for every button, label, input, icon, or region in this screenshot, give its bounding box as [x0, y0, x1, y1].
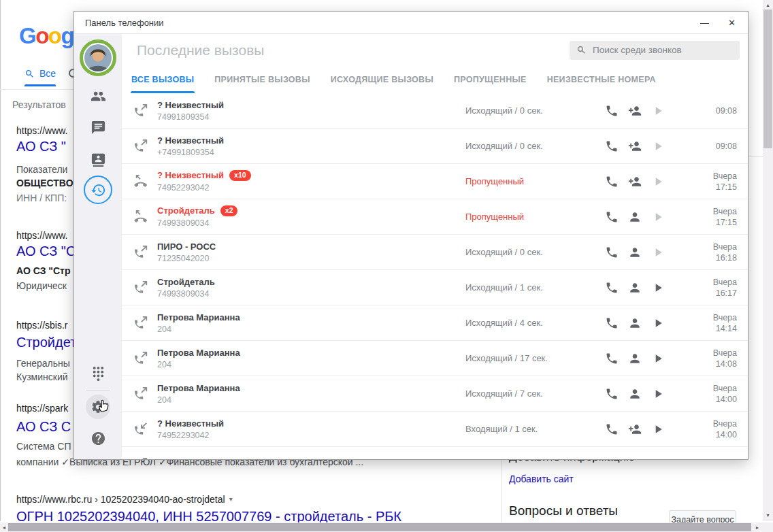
window-left-border — [0, 0, 1, 521]
call-back-button[interactable] — [605, 246, 619, 259]
contact-button[interactable] — [628, 139, 642, 153]
call-back-button[interactable] — [605, 281, 619, 295]
close-button[interactable]: ✕ — [728, 18, 736, 27]
play-icon — [651, 352, 665, 365]
call-row[interactable]: Петрова Марианна 204 Исходящий / 4 сек. … — [122, 305, 748, 341]
contact-button[interactable] — [628, 316, 642, 330]
call-row[interactable]: Стройдеталь x2 74993809034 Пропущенный В… — [122, 199, 748, 235]
contact-button[interactable] — [628, 422, 642, 436]
contact-button[interactable] — [628, 352, 642, 365]
play-icon — [651, 104, 665, 118]
scroll-right-arrow-icon[interactable]: ► — [753, 522, 762, 532]
horizontal-scroll-thumb[interactable] — [8, 523, 751, 531]
sidebar-item-chats[interactable] — [82, 112, 114, 143]
person-add-icon — [628, 104, 642, 118]
contact-button[interactable] — [628, 175, 642, 188]
search-box[interactable] — [570, 41, 740, 60]
google-tab-all[interactable]: Все — [24, 68, 56, 79]
sidebar-item-help[interactable] — [82, 422, 114, 454]
call-back-button[interactable] — [605, 104, 619, 118]
play-record-button[interactable] — [651, 175, 665, 188]
vertical-scrollbar[interactable]: ▲ ▼ — [763, 0, 773, 521]
result-url[interactable]: https://www. — [16, 230, 67, 241]
tab-outgoing-calls[interactable]: ИСХОДЯЩИЕ ВЫЗОВЫ — [331, 66, 433, 93]
call-back-button[interactable] — [605, 352, 619, 365]
panel-titlebar[interactable]: Панель телефонии — ✕ — [74, 12, 748, 34]
contact-button[interactable] — [628, 210, 642, 224]
people-icon — [91, 88, 106, 104]
contact-button[interactable] — [628, 458, 642, 460]
play-record-button[interactable] — [651, 281, 665, 295]
tab-received-calls[interactable]: ПРИНЯТЫЕ ВЫЗОВЫ — [214, 66, 310, 93]
call-type-icon — [133, 139, 148, 154]
contact-button[interactable] — [628, 281, 642, 295]
scroll-up-arrow-icon[interactable]: ▲ — [763, 0, 773, 10]
call-row[interactable]: ? Неизвестный 74991809354 Исходящий / 0 … — [122, 93, 748, 129]
result-link[interactable]: АО СЗ "С — [16, 244, 76, 259]
play-record-button[interactable] — [651, 104, 665, 118]
call-row[interactable]: Петрова Марианна Вчера — [122, 447, 748, 459]
play-record-button[interactable] — [651, 352, 665, 365]
horizontal-scrollbar[interactable]: ◄ ► — [0, 522, 763, 532]
result-snippet: Юридическ — [16, 280, 67, 291]
phone-number: 204 — [157, 325, 465, 334]
knowledge-add-site-link[interactable]: Добавить сайт — [509, 473, 574, 484]
result-url[interactable]: https://sbis.r — [16, 320, 67, 331]
google-tab-underline — [24, 84, 56, 86]
play-record-button[interactable] — [651, 210, 665, 224]
vertical-scroll-thumb[interactable] — [763, 10, 772, 148]
play-record-button[interactable] — [651, 422, 665, 436]
contact-name: ПИРО - РОСС — [157, 242, 216, 252]
scroll-down-arrow-icon[interactable]: ▼ — [763, 510, 773, 520]
sidebar-item-history[interactable] — [82, 174, 114, 205]
play-record-button[interactable] — [651, 139, 665, 153]
play-icon — [651, 139, 665, 153]
call-row[interactable]: ? Неизвестный +74991809354 Исходящий / 0… — [122, 129, 748, 164]
call-row[interactable]: Стройдеталь 74993809034 Исходящий / 1 се… — [122, 270, 748, 305]
result-link[interactable]: АО СЗ " — [16, 139, 66, 154]
call-back-button[interactable] — [605, 139, 619, 153]
call-row[interactable]: Петрова Марианна 204 Исходящий / 7 сек. … — [122, 376, 748, 412]
play-record-button[interactable] — [651, 458, 665, 460]
outgoing-call-icon — [133, 103, 148, 118]
result-url[interactable]: https://spark — [16, 403, 68, 414]
phone-icon — [605, 104, 619, 118]
dropdown-arrow-icon[interactable]: ▾ — [229, 495, 233, 503]
call-row[interactable]: Петрова Марианна 204 Исходящий / 17 сек.… — [122, 341, 748, 376]
scroll-left-arrow-icon[interactable]: ◄ — [0, 522, 8, 532]
contact-button[interactable] — [628, 246, 642, 259]
contact-button[interactable] — [628, 387, 642, 401]
call-back-button[interactable] — [605, 387, 619, 401]
call-row[interactable]: ? Неизвестный x10 74952293042 Пропущенны… — [122, 164, 748, 199]
avatar[interactable] — [80, 39, 116, 76]
contact-button[interactable] — [628, 104, 642, 118]
result-snippet: ОБЩЕСТВО — [16, 178, 73, 188]
play-record-button[interactable] — [651, 246, 665, 259]
incoming-call-icon — [133, 422, 148, 437]
call-back-button[interactable] — [605, 458, 619, 460]
tab-missed-calls[interactable]: ПРОПУЩЕННЫЕ — [454, 66, 527, 93]
result-link[interactable]: АО СЗ С — [16, 419, 71, 435]
call-back-button[interactable] — [605, 210, 619, 224]
result-url[interactable]: https://www.rbc.ru › 1025202394040-ao-st… — [16, 494, 233, 505]
sidebar-item-contacts[interactable] — [82, 80, 114, 112]
call-status: Входящий / 1 сек. — [465, 424, 605, 434]
play-icon — [651, 210, 665, 224]
tab-unknown-numbers[interactable]: НЕИЗВЕСТНЫЕ НОМЕРА — [547, 66, 656, 93]
call-row[interactable]: ? Неизвестный 74952293042 Входящий / 1 с… — [122, 412, 748, 447]
play-record-button[interactable] — [651, 316, 665, 330]
result-url[interactable]: https://www. — [16, 125, 67, 136]
sidebar-item-dialpad[interactable] — [82, 358, 114, 389]
call-row[interactable]: ПИРО - РОСС 71235042020 Исходящий / 0 се… — [122, 235, 748, 270]
call-back-button[interactable] — [605, 316, 619, 330]
minimize-button[interactable]: — — [700, 18, 709, 27]
person-icon — [628, 210, 642, 224]
sidebar-item-contact-card[interactable] — [82, 143, 114, 174]
search-input[interactable] — [593, 45, 733, 55]
call-type-icon — [133, 210, 148, 225]
call-back-button[interactable] — [605, 175, 619, 188]
play-record-button[interactable] — [651, 387, 665, 401]
tab-all-calls[interactable]: ВСЕ ВЫЗОВЫ — [131, 66, 194, 93]
call-back-button[interactable] — [605, 422, 619, 436]
result-link[interactable]: Стройдет — [16, 335, 76, 350]
